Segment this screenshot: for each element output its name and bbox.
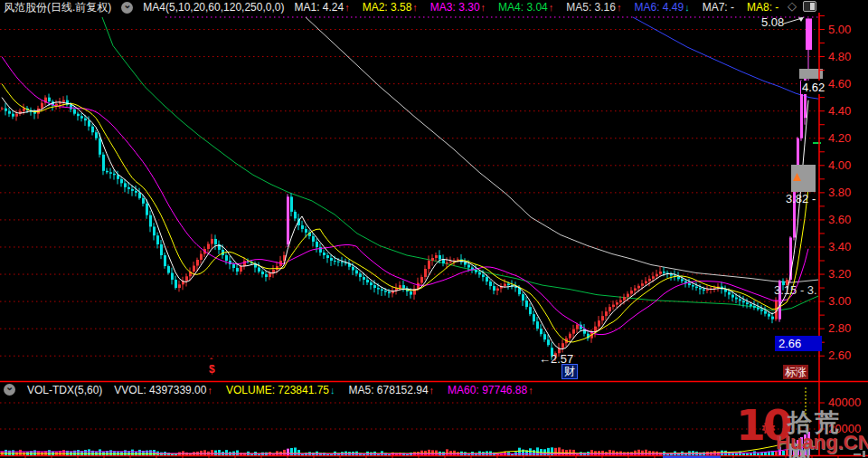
indicator-readout: MA6: 4.49↓: [634, 1, 689, 14]
event-badge-zhang[interactable]: 标涨: [783, 365, 808, 379]
indicator-readout: MA8: -: [747, 1, 778, 14]
readout-text: MA60: 97746.88: [448, 384, 527, 396]
trend-arrow-icon: ↑: [617, 2, 622, 13]
trend-arrow-icon: ↑: [207, 385, 212, 396]
candles-layer: [1, 18, 812, 361]
indicator-readout: MA60: 97746.88↑: [448, 384, 533, 396]
trend-arrow-icon: ↑: [429, 385, 435, 396]
readout-text: MA6: 4.49: [634, 1, 684, 14]
indicator-readout: MA5: 678152.94↑: [349, 384, 435, 396]
trend-arrow-icon: ↑: [549, 2, 554, 13]
price-level-label-382: 3.82 -: [786, 192, 816, 205]
axis-tick-label: 3.80: [828, 186, 851, 199]
price-level-label-462: 4.62: [801, 81, 826, 94]
price-grid: [0, 30, 819, 357]
chart-header: 风范股份(日线.前复权) MA4(5,10,20,60,120,250,0,0)…: [4, 1, 778, 14]
event-badge-cai[interactable]: 财: [561, 364, 578, 379]
indicator-readout: MA1: 4.24↑: [294, 1, 349, 14]
short-ma-lines: [2, 57, 808, 349]
current-price-tag: 2.66: [775, 336, 822, 351]
axis-tick-label: 2.80: [828, 321, 851, 335]
watermark: 10 ⚙ 拾荒网 Huang.CN: [736, 406, 868, 456]
trend-arrow-icon: ↑: [412, 2, 418, 13]
axis-tick-label: 4.80: [828, 50, 851, 63]
axis-tick-label: 5.00: [828, 23, 851, 36]
annotation-shapes: [784, 17, 823, 192]
dollar-event-icon[interactable]: $: [209, 363, 215, 376]
axis-tick-label: 3.40: [828, 240, 851, 253]
gear-icon: ⚙: [760, 417, 777, 439]
axis-tick-label: 3.00: [828, 294, 851, 308]
high-price-label: 5.08: [761, 15, 784, 29]
readout-text: MA5: 3.16: [566, 1, 616, 14]
axis-tick-label: 4.60: [828, 77, 851, 91]
volume-header: VOL-TDX(5,60) VVOL: 4397339.00↑VOLUME: 7…: [4, 383, 533, 396]
tdx-stock-chart-app: 风范股份(日线.前复权) MA4(5,10,20,60,120,250,0,0)…: [0, 0, 868, 458]
indicator-readout: MA3: 3.30↑: [430, 1, 486, 14]
axis-tick-label: 2.60: [828, 348, 851, 362]
indicator-readout: MA4: 3.04↑: [498, 1, 553, 14]
indicator-readout: VVOL: 4397339.00↑: [114, 384, 212, 396]
readout-text: VOLUME: 723841.75: [226, 384, 329, 396]
indicator-params[interactable]: MA4(5,10,20,60,120,250,0,0): [143, 1, 284, 14]
header-icons: ◇: [788, 1, 816, 12]
collapse-chevron-icon[interactable]: [121, 2, 133, 14]
trend-arrow-icon: ↑: [344, 2, 350, 13]
readout-text: MA4: 3.04: [498, 1, 548, 14]
volume-readouts: VVOL: 4397339.00↑VOLUME: 723841.75↓MA5: …: [114, 384, 533, 396]
trend-arrow-icon: ↓: [684, 2, 690, 13]
indicator-readout: MA7: -: [703, 1, 734, 14]
indicator-readout: MA5: 3.16↑: [566, 1, 621, 14]
readout-text: MA3: 3.30: [430, 1, 480, 14]
watermark-domain: Huang.CN: [776, 431, 868, 454]
axis-tick-label: 4.20: [828, 131, 851, 145]
readout-text: VVOL: 4397339.00: [114, 384, 206, 396]
readout-text: MA2: 3.58: [363, 1, 412, 14]
price-range-label: 3.15 - 3.: [774, 283, 819, 297]
axis-tick-label: 4.40: [828, 104, 851, 118]
readout-text: MA8: -: [747, 1, 778, 14]
volume-grid: [0, 403, 825, 429]
readout-text: MA1: 4.24: [294, 1, 344, 14]
trend-arrow-icon: ↑: [528, 385, 533, 396]
long-ma-lines: [102, 17, 818, 311]
readout-text: MA5: 678152.94: [349, 384, 429, 396]
panel-toggle-icon[interactable]: [803, 1, 816, 12]
indicator-readout: VOLUME: 723841.75↓: [226, 384, 335, 396]
axis-tick-label: 3.60: [828, 213, 851, 226]
ma-readouts: MA1: 4.24↑MA2: 3.58↑MA3: 3.30↑MA4: 3.04↑…: [294, 1, 778, 14]
trend-arrow-icon: ↑: [481, 2, 486, 13]
readout-text: MA7: -: [703, 1, 734, 14]
stock-title[interactable]: 风范股份(日线.前复权): [4, 0, 111, 15]
indicator-readout: MA2: 3.58↑: [363, 1, 418, 14]
axis-tick-label: 4.00: [828, 158, 851, 172]
volume-indicator-name[interactable]: VOL-TDX(5,60): [27, 384, 102, 396]
trend-arrow-icon: ↓: [330, 385, 335, 396]
axis-tick-label: 3.20: [828, 267, 851, 281]
collapse-chevron-icon[interactable]: [4, 384, 15, 396]
diamond-icon[interactable]: ◇: [788, 1, 797, 12]
